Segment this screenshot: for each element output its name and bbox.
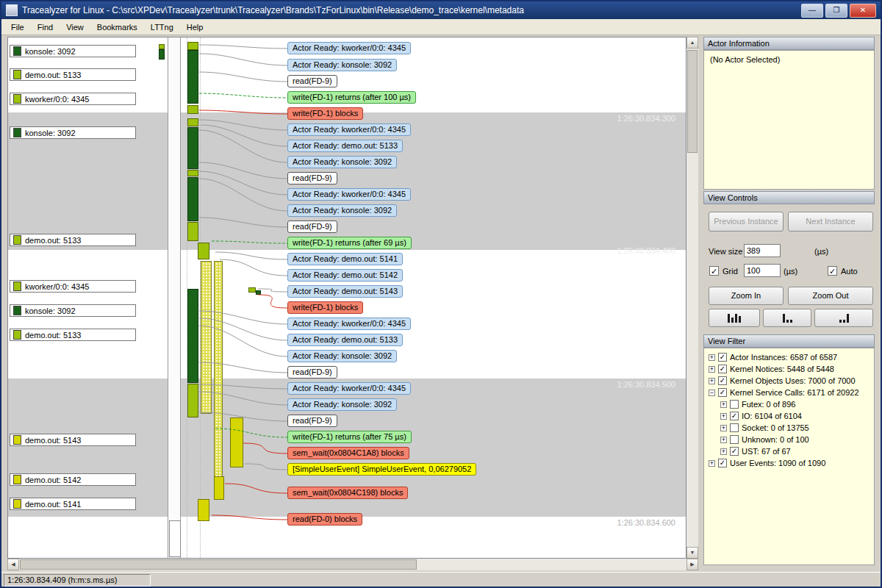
actor-label[interactable]: demo.out: 5133 bbox=[10, 68, 136, 81]
tree-expander-icon[interactable]: + bbox=[709, 378, 715, 384]
event-label[interactable]: Actor Ready: demo.out: 5142 bbox=[287, 269, 403, 282]
actor-label[interactable]: konsole: 3092 bbox=[10, 45, 136, 57]
tree-checkbox[interactable] bbox=[730, 447, 739, 456]
menu-item-help[interactable]: Help bbox=[180, 21, 210, 34]
tree-checkbox[interactable] bbox=[718, 353, 727, 362]
execution-bar[interactable] bbox=[230, 417, 243, 467]
view-size-input[interactable] bbox=[744, 244, 781, 257]
maximize-button[interactable]: ❐ bbox=[825, 4, 847, 18]
grid-size-input[interactable] bbox=[744, 264, 781, 277]
tree-expander-icon[interactable]: + bbox=[709, 366, 715, 373]
tree-item[interactable]: +Actor Instances: 6587 of 6587 bbox=[706, 351, 872, 363]
event-label[interactable]: Actor Ready: konsole: 3092 bbox=[287, 398, 397, 411]
actor-label[interactable]: demo.out: 5143 bbox=[10, 434, 136, 446]
event-label[interactable]: Actor Ready: konsole: 3092 bbox=[287, 350, 397, 362]
menu-item-file[interactable]: File bbox=[4, 21, 31, 34]
minimize-button[interactable]: — bbox=[801, 4, 823, 18]
execution-bar[interactable] bbox=[187, 42, 198, 50]
execution-bar[interactable] bbox=[201, 261, 212, 414]
interval-view-button-2[interactable] bbox=[763, 309, 811, 327]
interval-view-button-3[interactable] bbox=[814, 309, 873, 327]
event-label[interactable]: Actor Ready: kworker/0:0: 4345 bbox=[287, 42, 411, 54]
event-label[interactable]: Actor Ready: demo.out: 5143 bbox=[287, 285, 403, 298]
overview-strip-thumb[interactable] bbox=[169, 520, 181, 557]
execution-bar[interactable] bbox=[187, 384, 198, 417]
execution-bar[interactable] bbox=[187, 170, 198, 176]
tree-item[interactable]: +User Events: 1090 of 1090 bbox=[706, 457, 872, 469]
event-label[interactable]: [SimpleUserEvent] SimpleUserEvent, 0,062… bbox=[287, 463, 476, 476]
execution-bar[interactable] bbox=[187, 50, 198, 104]
actor-label[interactable]: konsole: 3092 bbox=[10, 126, 136, 139]
menu-item-find[interactable]: Find bbox=[31, 21, 60, 34]
tree-checkbox[interactable] bbox=[718, 388, 727, 397]
event-label[interactable]: read(FD-9) bbox=[287, 220, 337, 233]
execution-bar[interactable] bbox=[187, 177, 198, 221]
tree-expander-icon[interactable]: + bbox=[720, 401, 727, 408]
event-label[interactable]: sem_wait(0x0804C198) blocks bbox=[287, 487, 408, 499]
actor-label[interactable]: kworker/0:0: 4345 bbox=[10, 280, 136, 293]
menu-item-view[interactable]: View bbox=[60, 21, 90, 34]
vertical-scroll-thumb[interactable] bbox=[687, 50, 698, 153]
execution-bar[interactable] bbox=[256, 290, 261, 295]
zoom-out-button[interactable]: Zoom Out bbox=[788, 287, 873, 305]
event-label[interactable]: write(FD-1) returns (after 69 µs) bbox=[287, 237, 412, 249]
tree-checkbox[interactable] bbox=[718, 459, 727, 467]
scroll-down-arrow[interactable]: ▼ bbox=[686, 547, 698, 559]
event-label[interactable]: read(FD-9) bbox=[287, 75, 337, 87]
tree-checkbox[interactable] bbox=[730, 435, 739, 444]
tree-expander-icon[interactable]: + bbox=[709, 354, 715, 361]
event-label[interactable]: write(FD-1) returns (after 100 µs) bbox=[287, 91, 416, 104]
tree-item[interactable]: +UST: 67 of 67 bbox=[706, 445, 872, 457]
tree-item[interactable]: +Futex: 0 of 896 bbox=[706, 398, 872, 410]
tree-expander-icon[interactable]: + bbox=[720, 437, 727, 443]
event-label[interactable]: Actor Ready: demo.out: 5141 bbox=[287, 253, 403, 265]
scroll-up-arrow[interactable]: ▲ bbox=[686, 37, 698, 49]
event-label[interactable]: read(FD-9) bbox=[287, 415, 337, 427]
tree-item[interactable]: +Kernel Objects Uses: 7000 of 7000 bbox=[706, 375, 872, 387]
execution-bar[interactable] bbox=[198, 499, 209, 521]
actor-label[interactable]: demo.out: 5133 bbox=[10, 234, 136, 246]
event-label[interactable]: Actor Ready: kworker/0:0: 4345 bbox=[287, 318, 411, 330]
tree-checkbox[interactable] bbox=[718, 365, 727, 373]
vertical-scrollbar[interactable]: ▲ ▼ bbox=[686, 37, 698, 559]
execution-bar[interactable] bbox=[187, 222, 198, 241]
execution-bar[interactable] bbox=[187, 127, 198, 169]
execution-bar[interactable] bbox=[187, 105, 198, 114]
event-label[interactable]: write(FD-1) returns (after 75 µs) bbox=[287, 431, 412, 443]
execution-bar[interactable] bbox=[187, 118, 198, 126]
tree-checkbox[interactable] bbox=[730, 400, 739, 409]
trace-canvas[interactable]: Actor Ready: kworker/0:0: 4345Actor Read… bbox=[7, 37, 686, 559]
event-label[interactable]: read(FD-9) bbox=[287, 366, 337, 379]
execution-bar[interactable] bbox=[198, 243, 209, 259]
event-label[interactable]: Actor Ready: konsole: 3092 bbox=[287, 59, 397, 71]
next-instance-button[interactable]: Next Instance bbox=[788, 212, 873, 232]
tree-item[interactable]: −Kernel Service Calls: 6171 of 20922 bbox=[706, 387, 872, 398]
scroll-right-arrow[interactable]: ▶ bbox=[686, 559, 698, 570]
zoom-in-button[interactable]: Zoom In bbox=[709, 287, 784, 305]
tree-expander-icon[interactable]: + bbox=[720, 448, 727, 455]
actor-label[interactable]: demo.out: 5142 bbox=[10, 473, 136, 486]
execution-bar[interactable] bbox=[214, 476, 224, 500]
event-label[interactable]: read(FD-9) bbox=[287, 172, 337, 184]
event-label[interactable]: read(FD-0) blocks bbox=[287, 513, 362, 526]
event-label[interactable]: Actor Ready: demo.out: 5133 bbox=[287, 140, 403, 152]
actor-label[interactable]: demo.out: 5133 bbox=[10, 329, 136, 341]
scroll-left-arrow[interactable]: ◀ bbox=[7, 559, 19, 570]
execution-bar[interactable] bbox=[248, 287, 256, 293]
tree-expander-icon[interactable]: + bbox=[720, 425, 727, 431]
event-label[interactable]: Actor Ready: konsole: 3092 bbox=[287, 156, 397, 168]
event-label[interactable]: Actor Ready: kworker/0:0: 4345 bbox=[287, 188, 411, 201]
execution-bar[interactable] bbox=[187, 289, 198, 383]
execution-bar[interactable] bbox=[214, 261, 223, 481]
close-button[interactable]: ✕ bbox=[850, 4, 876, 18]
overview-strip[interactable] bbox=[168, 37, 181, 559]
tree-item[interactable]: +Socket: 0 of 13755 bbox=[706, 422, 872, 434]
actor-label[interactable]: konsole: 3092 bbox=[10, 304, 136, 317]
execution-bar[interactable] bbox=[159, 44, 165, 49]
event-label[interactable]: sem_wait(0x0804C1A8) blocks bbox=[287, 447, 409, 459]
grid-checkbox[interactable] bbox=[709, 266, 719, 276]
event-label[interactable]: Actor Ready: kworker/0:0: 4345 bbox=[287, 382, 411, 395]
tree-checkbox[interactable] bbox=[718, 376, 727, 385]
tree-expander-icon[interactable]: − bbox=[709, 390, 715, 396]
menu-item-bookmarks[interactable]: Bookmarks bbox=[90, 21, 144, 34]
